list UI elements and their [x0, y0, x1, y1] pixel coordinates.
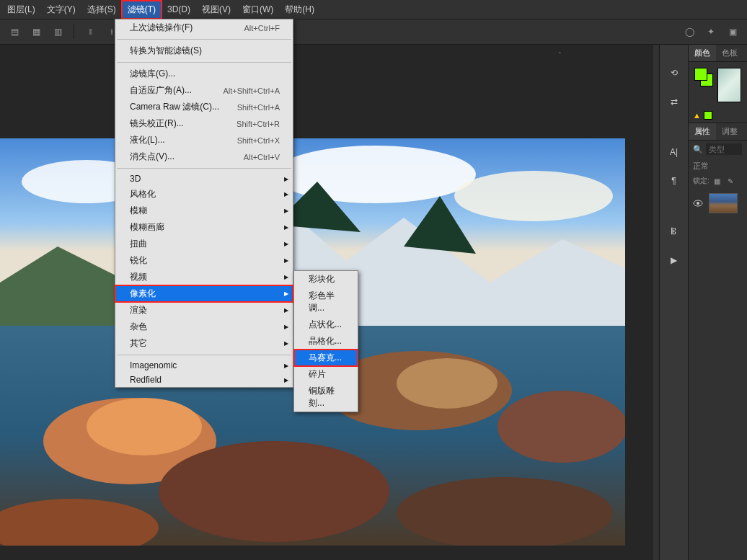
visibility-icon[interactable]: [693, 200, 703, 207]
menu-label: 彩色半调...: [309, 290, 345, 314]
lock-transparency-icon[interactable]: ▦: [712, 176, 722, 186]
3d-icon[interactable]: ✦: [702, 23, 720, 40]
menu-label: 其它: [130, 337, 147, 350]
menu-liquify[interactable]: 液化(L)...Shift+Ctrl+X: [115, 132, 293, 148]
layer-thumbnail[interactable]: [709, 193, 738, 213]
separator: [117, 39, 291, 40]
brush-icon[interactable]: 𝄡: [666, 223, 682, 239]
submenu-mezzotint[interactable]: 铜版雕刻...: [294, 383, 358, 412]
menu-3d-sub[interactable]: 3D: [115, 172, 293, 186]
adjustments-icon[interactable]: ⇄: [666, 94, 682, 110]
menu-label: 晶格化...: [309, 335, 342, 347]
submenu-mosaic[interactable]: 马赛克...: [294, 350, 358, 366]
menu-view[interactable]: 视图(V): [196, 1, 237, 19]
menu-label: 马赛克...: [309, 352, 342, 364]
menu-help[interactable]: 帮助(H): [279, 1, 320, 19]
menu-select[interactable]: 选择(S): [81, 1, 122, 19]
menu-label: 杂色: [130, 321, 147, 333]
menu-label: 上次滤镜操作(F): [130, 22, 193, 34]
submenu-color-halftone[interactable]: 彩色半调...: [294, 288, 358, 316]
svg-point-18: [697, 202, 699, 205]
menu-blur-gallery[interactable]: 模糊画廊: [115, 219, 293, 236]
align-center-icon[interactable]: ▦: [27, 23, 45, 40]
menu-label: Redfield: [130, 375, 162, 385]
menu-filter[interactable]: 滤镜(T): [122, 1, 162, 19]
submenu-pointillize[interactable]: 点状化...: [294, 316, 358, 333]
tab-properties[interactable]: 属性: [689, 123, 716, 140]
menu-sharpen[interactable]: 锐化: [115, 252, 293, 269]
svg-point-3: [454, 171, 613, 221]
play-icon[interactable]: ▶: [666, 252, 682, 268]
layer-filter-input[interactable]: [706, 143, 742, 155]
camera-icon[interactable]: ▣: [724, 23, 741, 40]
lock-label: 锁定:: [693, 176, 710, 186]
menu-video[interactable]: 视频: [115, 269, 293, 285]
menu-label: 渲染: [130, 304, 147, 316]
menu-blur[interactable]: 模糊: [115, 203, 293, 219]
blend-mode-row[interactable]: 正常: [689, 158, 747, 174]
menu-label: 铜版雕刻...: [309, 385, 345, 409]
history-icon[interactable]: ⟲: [666, 65, 682, 81]
menu-text[interactable]: 文字(Y): [41, 1, 81, 19]
pixelate-submenu: 彩块化 彩色半调... 点状化... 晶格化... 马赛克... 碎片 铜版雕刻…: [293, 270, 358, 412]
properties-tabs: 属性 调整: [689, 123, 747, 141]
tab-color[interactable]: 颜色: [689, 45, 716, 61]
menu-redfield[interactable]: Redfield: [115, 373, 293, 387]
foreground-color[interactable]: [694, 68, 707, 81]
submenu-crystallize[interactable]: 晶格化...: [294, 333, 358, 350]
align-right-icon[interactable]: ▥: [49, 23, 66, 40]
menu-label: 彩块化: [309, 273, 335, 285]
search-icon: 🔍: [693, 145, 703, 154]
menu-adaptive-wide[interactable]: 自适应广角(A)...Alt+Shift+Ctrl+A: [115, 82, 293, 99]
separator: [117, 355, 291, 355]
scroll-up-icon[interactable]: ˆ: [559, 52, 561, 60]
menu-label: 模糊: [130, 205, 147, 217]
character-icon[interactable]: A|: [666, 144, 682, 160]
menu-distort[interactable]: 扭曲: [115, 236, 293, 252]
menu-shortcut: Alt+Ctrl+F: [244, 24, 280, 32]
menu-label: 点状化...: [309, 319, 342, 331]
color-panel-tabs: 颜色 色板: [689, 45, 747, 62]
menu-other[interactable]: 其它: [115, 335, 293, 352]
menu-pixelate[interactable]: 像素化: [115, 285, 293, 302]
menu-lens-correction[interactable]: 镜头校正(R)...Shift+Ctrl+R: [115, 115, 293, 132]
menu-label: 滤镜库(G)...: [130, 68, 175, 80]
warning-row: ▲: [689, 108, 747, 123]
layer-row[interactable]: [689, 187, 747, 219]
menu-label: 转换为智能滤镜(S): [130, 45, 202, 57]
separator: [117, 168, 291, 169]
menu-stylize[interactable]: 风格化: [115, 186, 293, 203]
menu-label: Camera Raw 滤镜(C)...: [130, 101, 219, 113]
menu-3d[interactable]: 3D(D): [162, 1, 196, 17]
submenu-facet[interactable]: 彩块化: [294, 271, 358, 288]
menu-label: 3D: [130, 174, 141, 184]
menu-window[interactable]: 窗口(W): [237, 1, 279, 19]
right-panel: 颜色 色板 ▲ 属性 调整 🔍 正常 锁定: ▦ ✎: [688, 45, 747, 560]
submenu-fragment[interactable]: 碎片: [294, 366, 358, 383]
warning-icon: ▲: [693, 111, 701, 120]
tab-swatches[interactable]: 色板: [716, 45, 743, 61]
menu-camera-raw[interactable]: Camera Raw 滤镜(C)...Shift+Ctrl+A: [115, 99, 293, 115]
separator: [117, 62, 291, 63]
menu-layer[interactable]: 图层(L): [1, 1, 41, 19]
distribute-h-icon[interactable]: ⫴: [81, 23, 99, 40]
paragraph-icon[interactable]: ¶: [666, 173, 682, 189]
mode-icon[interactable]: ◯: [681, 23, 698, 40]
svg-point-14: [159, 441, 389, 542]
cube-icon[interactable]: [704, 111, 712, 120]
menu-imagenomic[interactable]: Imagenomic: [115, 358, 293, 373]
menu-last-filter[interactable]: 上次滤镜操作(F) Alt+Ctrl+F: [115, 19, 293, 36]
menu-filter-gallery[interactable]: 滤镜库(G)...: [115, 66, 293, 82]
tab-adjustments[interactable]: 调整: [716, 123, 743, 140]
menu-label: 自适应广角(A)...: [130, 84, 192, 97]
menu-label: 锐化: [130, 254, 147, 267]
menu-noise[interactable]: 杂色: [115, 319, 293, 335]
lock-pixels-icon[interactable]: ✎: [725, 176, 735, 186]
menu-label: Imagenomic: [130, 360, 177, 370]
menu-vanishing-point[interactable]: 消失点(V)...Alt+Ctrl+V: [115, 148, 293, 165]
align-left-icon[interactable]: ▤: [6, 23, 23, 40]
color-picker-preview[interactable]: [717, 68, 741, 102]
menu-render[interactable]: 渲染: [115, 302, 293, 319]
menu-label: 像素化: [130, 288, 156, 300]
menu-convert-smart[interactable]: 转换为智能滤镜(S): [115, 43, 293, 59]
